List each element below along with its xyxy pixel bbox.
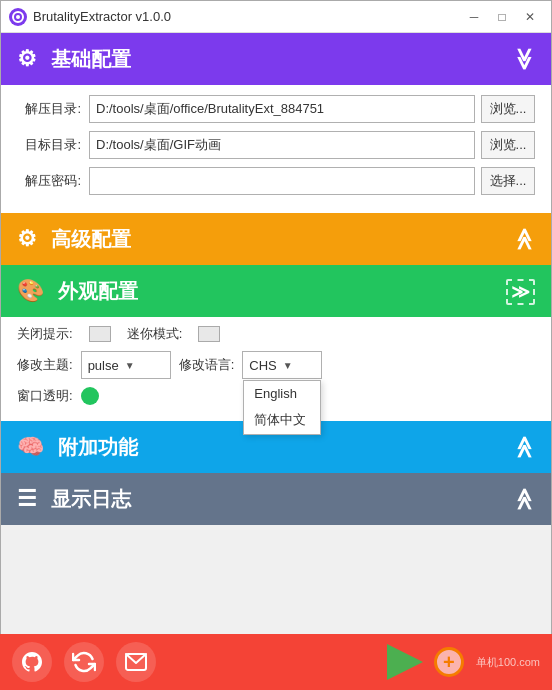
show-log-chevron: ≫ (511, 488, 537, 511)
gear-icon: ⚙ (17, 46, 37, 72)
theme-lang-row: 修改主题: pulse ▼ 修改语言: CHS ▼ English 简体中文 (17, 351, 535, 379)
theme-select-arrow: ▼ (125, 360, 135, 371)
transparency-dot[interactable] (81, 387, 99, 405)
mini-mode-checkbox[interactable] (198, 326, 220, 342)
advanced-config-title: 高级配置 (51, 226, 131, 253)
maximize-button[interactable]: □ (489, 7, 515, 27)
window-controls: ─ □ ✕ (461, 7, 543, 27)
password-row: 解压密码: 选择... (17, 167, 535, 195)
password-input[interactable] (89, 167, 475, 195)
theme-label: 修改主题: (17, 356, 73, 374)
app-icon (9, 8, 27, 26)
toggle-row: 关闭提示: 迷你模式: (17, 325, 535, 343)
additional-features-chevron: ≫ (511, 436, 537, 459)
transparency-label: 窗口透明: (17, 387, 73, 405)
lang-dropdown-menu: English 简体中文 (243, 380, 321, 435)
refresh-button[interactable] (64, 642, 104, 682)
additional-features-title: 附加功能 (58, 434, 138, 461)
play-button[interactable] (384, 641, 426, 683)
extract-dir-label: 解压目录: (17, 100, 89, 118)
mini-mode-label: 迷你模式: (127, 325, 183, 343)
palette-icon: 🎨 (17, 278, 44, 304)
bottom-bar: + 单机100.com (0, 634, 552, 690)
password-choose-button[interactable]: 选择... (481, 167, 535, 195)
appearance-config-chevron: ≫ (506, 278, 535, 304)
basic-config-header[interactable]: ⚙ 基础配置 ≫ (1, 33, 551, 85)
target-dir-input[interactable] (89, 131, 475, 159)
target-dir-row: 目标目录: 浏览... (17, 131, 535, 159)
show-log-header[interactable]: ☰ 显示日志 ≫ (1, 473, 551, 525)
add-button[interactable]: + (434, 647, 464, 677)
bottom-right-controls: + 单机100.com (384, 641, 540, 683)
appearance-config-body: 关闭提示: 迷你模式: 修改主题: pulse ▼ 修改语言: CHS ▼ En… (1, 317, 551, 421)
lang-option-chs[interactable]: 简体中文 (244, 406, 320, 434)
target-dir-label: 目标目录: (17, 136, 89, 154)
appearance-config-title: 外观配置 (58, 278, 138, 305)
app-title: BrutalityExtractor v1.0.0 (33, 9, 461, 24)
github-button[interactable] (12, 642, 52, 682)
lang-value: CHS (249, 358, 276, 373)
svg-point-1 (16, 15, 20, 19)
mail-button[interactable] (116, 642, 156, 682)
theme-select[interactable]: pulse ▼ (81, 351, 171, 379)
lang-label: 修改语言: (179, 356, 235, 374)
minimize-button[interactable]: ─ (461, 7, 487, 27)
basic-config-title: 基础配置 (51, 46, 131, 73)
advanced-config-chevron: ≫ (511, 228, 537, 251)
extract-dir-input[interactable] (89, 95, 475, 123)
watermark-text: 单机100.com (476, 655, 540, 670)
appearance-config-header[interactable]: 🎨 外观配置 ≫ (1, 265, 551, 317)
extract-dir-row: 解压目录: 浏览... (17, 95, 535, 123)
password-label: 解压密码: (17, 172, 89, 190)
close-hint-checkbox[interactable] (89, 326, 111, 342)
extract-dir-browse-button[interactable]: 浏览... (481, 95, 535, 123)
bottom-left-icons (12, 642, 156, 682)
brain-icon: 🧠 (17, 434, 44, 460)
advanced-gear-icon: ⚙ (17, 226, 37, 252)
lang-select-arrow: ▼ (283, 360, 293, 371)
lang-select[interactable]: CHS ▼ English 简体中文 (242, 351, 322, 379)
show-log-title: 显示日志 (51, 486, 131, 513)
log-icon: ☰ (17, 486, 37, 512)
basic-config-body: 解压目录: 浏览... 目标目录: 浏览... 解压密码: 选择... (1, 85, 551, 213)
advanced-config-header[interactable]: ⚙ 高级配置 ≫ (1, 213, 551, 265)
target-dir-browse-button[interactable]: 浏览... (481, 131, 535, 159)
play-triangle-icon (387, 644, 423, 680)
title-bar: BrutalityExtractor v1.0.0 ─ □ ✕ (1, 1, 551, 33)
close-button[interactable]: ✕ (517, 7, 543, 27)
close-hint-label: 关闭提示: (17, 325, 73, 343)
lang-option-english[interactable]: English (244, 381, 320, 406)
theme-value: pulse (88, 358, 119, 373)
basic-config-chevron: ≫ (511, 48, 537, 71)
